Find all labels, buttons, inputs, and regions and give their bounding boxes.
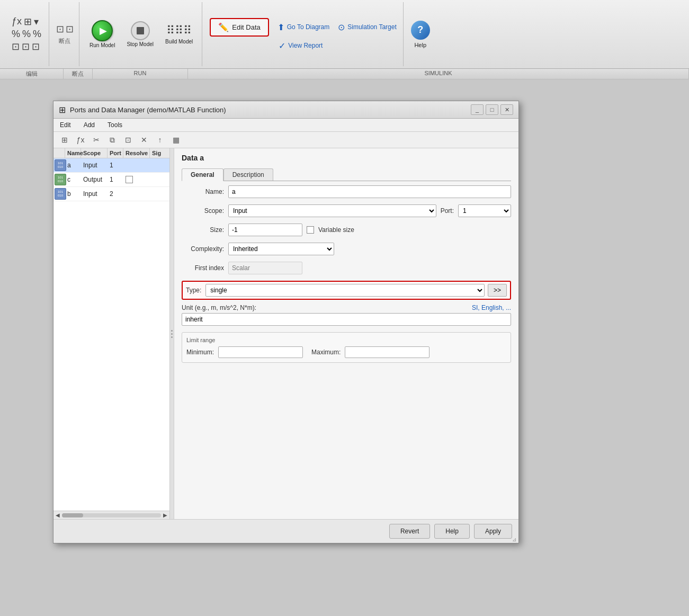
dialog-resize-handle[interactable]: ⊿ — [512, 537, 518, 543]
resolve-checkbox-c[interactable] — [126, 176, 133, 183]
scroll-track[interactable] — [62, 513, 161, 517]
unit-label-row: Unit (e.g., m, m/s^2, N*m): SI, English,… — [182, 304, 511, 311]
name-label: Name: — [182, 188, 224, 195]
toolbar-icon-percent3[interactable]: % — [33, 29, 41, 40]
scroll-thumb[interactable] — [62, 513, 83, 517]
toolbar-icon-table3[interactable]: ⊡ — [32, 41, 40, 52]
col-header-resolve: Resolve — [123, 148, 150, 158]
help-button[interactable]: ? — [411, 21, 430, 40]
drag-dot — [171, 333, 173, 335]
close-button[interactable]: ✕ — [500, 104, 513, 115]
stop-icon[interactable] — [131, 21, 150, 40]
port-select[interactable]: 1 2 — [458, 204, 511, 217]
data-rows: 101010 a Input 1 101010 c Output 1 — [53, 158, 169, 511]
simulation-target-label: Simulation Target — [347, 23, 397, 31]
limit-row: Minimum: Maximum: — [186, 346, 506, 358]
stop-model-button[interactable]: Stop Model — [123, 19, 157, 50]
row-name-a: a — [67, 162, 83, 169]
view-report-label: View Report — [288, 42, 323, 49]
row-port-a: 1 — [110, 162, 126, 169]
variable-size-checkbox[interactable] — [307, 226, 314, 234]
dtb-up-icon[interactable]: ↑ — [153, 134, 167, 146]
edit-data-button[interactable]: ✏️ Edit Data — [210, 18, 269, 37]
list-item[interactable]: 101010 a Input 1 — [53, 158, 169, 173]
menu-tools[interactable]: Tools — [105, 120, 124, 130]
run-model-button[interactable]: ▶ Run Model — [86, 17, 119, 51]
list-scrollbar[interactable]: ◀ ▶ — [53, 511, 169, 519]
toolbar-icon-grid[interactable]: ⊞ — [24, 16, 32, 28]
go-to-diagram-icon: ⬆ — [278, 22, 284, 32]
tab-general[interactable]: General — [182, 168, 223, 181]
panel-drag-handle[interactable] — [170, 148, 174, 519]
minimum-input[interactable] — [218, 346, 303, 358]
unit-input[interactable] — [182, 313, 511, 326]
col-header-name: Name — [65, 148, 81, 158]
size-field-row: Size: Variable size — [182, 224, 511, 236]
name-input[interactable] — [228, 185, 511, 198]
maximize-button[interactable]: □ — [486, 104, 498, 115]
revert-button[interactable]: Revert — [389, 524, 430, 539]
view-report-button[interactable]: ✓ View Report — [279, 41, 323, 51]
dtb-fx-icon[interactable]: ƒx — [74, 134, 87, 146]
minimize-button[interactable]: _ — [471, 104, 484, 115]
type-select[interactable]: single double int8 int16 int32 uint8 uin… — [205, 284, 485, 297]
toolbar-icon-table2[interactable]: ⊡ — [22, 41, 30, 52]
dialog-menu: Edit Add Tools — [53, 119, 518, 132]
dtb-grid-icon[interactable]: ⊞ — [58, 134, 71, 146]
dialog-footer: Revert Help Apply — [53, 519, 518, 543]
section-label-run: RUN — [93, 69, 188, 79]
edit-data-icon: ✏️ — [218, 22, 229, 32]
dtb-cut-icon[interactable]: ✂ — [90, 134, 103, 146]
list-item[interactable]: 101010 b Input 2 — [53, 187, 169, 201]
first-index-input — [228, 262, 302, 274]
scope-label: Scope: — [182, 207, 224, 215]
dialog-title-text: Ports and Data Manager (demo/MATLAB Func… — [70, 106, 226, 114]
scroll-left-arrow[interactable]: ◀ — [55, 512, 61, 518]
edit-data-label: Edit Data — [232, 23, 260, 31]
menu-edit[interactable]: Edit — [58, 120, 73, 130]
scope-field-row: Scope: Input Output Local Parameter Port… — [182, 204, 511, 217]
toolbar-icon-dropdown[interactable]: ▾ — [34, 16, 39, 28]
toolbar-icon-percent[interactable]: % — [12, 29, 20, 40]
help-button[interactable]: Help — [434, 524, 470, 539]
scroll-right-arrow[interactable]: ▶ — [162, 512, 168, 518]
stop-square — [137, 27, 144, 34]
help-label: Help — [414, 42, 426, 48]
scope-select[interactable]: Input Output Local Parameter — [228, 204, 436, 217]
list-item[interactable]: 101010 c Output 1 — [53, 173, 169, 187]
row-port-b: 2 — [110, 190, 126, 198]
row-icon-a: 101010 — [55, 159, 66, 171]
tab-description[interactable]: Description — [223, 168, 273, 181]
col-header-scope: Scope — [81, 148, 108, 158]
type-expand-button[interactable]: >> — [488, 284, 507, 297]
col-header-icon — [53, 148, 65, 158]
maximum-input[interactable] — [345, 346, 429, 358]
build-model-button[interactable]: ⠿⠿⠿ Build Model — [162, 21, 196, 47]
apply-button[interactable]: Apply — [474, 524, 512, 539]
unit-links[interactable]: SI, English, ... — [472, 304, 511, 311]
dtb-delete-icon[interactable]: ✕ — [137, 134, 151, 146]
dtb-copy-icon[interactable]: ⧉ — [105, 134, 119, 146]
breakpoint-icon1[interactable]: ⊡ — [56, 23, 64, 35]
dialog-title: ⊞ Ports and Data Manager (demo/MATLAB Fu… — [59, 105, 226, 115]
minimum-label: Minimum: — [186, 349, 214, 356]
size-input[interactable] — [228, 224, 302, 236]
name-field-row: Name: — [182, 185, 511, 198]
toolbar-icon-table[interactable]: ⊡ — [12, 41, 20, 52]
breakpoint-label: 断点 — [59, 37, 70, 45]
toolbar-icon-fx[interactable]: ƒx — [12, 16, 22, 28]
run-icon[interactable]: ▶ — [92, 20, 113, 41]
go-to-diagram-button[interactable]: ⬆ Go To Diagram — [278, 22, 329, 32]
simulation-target-button[interactable]: ⊙ Simulation Target — [338, 22, 397, 32]
menu-add[interactable]: Add — [82, 120, 97, 130]
toolbar-icon-percent2[interactable]: % — [22, 29, 31, 40]
complexity-select[interactable]: Inherited real complex — [228, 243, 334, 255]
breakpoint-icon2[interactable]: ⊡ — [66, 23, 74, 35]
dtb-paste-icon[interactable]: ⊡ — [121, 134, 135, 146]
section-label-edit: 编辑 — [0, 69, 64, 79]
section-label-breakpoint: 断点 — [64, 69, 93, 79]
dtb-table-icon[interactable]: ▦ — [169, 134, 183, 146]
col-header-sig: Sig — [150, 148, 166, 158]
complexity-field-row: Complexity: Inherited real complex — [182, 243, 511, 255]
row-port-c: 1 — [110, 176, 126, 183]
